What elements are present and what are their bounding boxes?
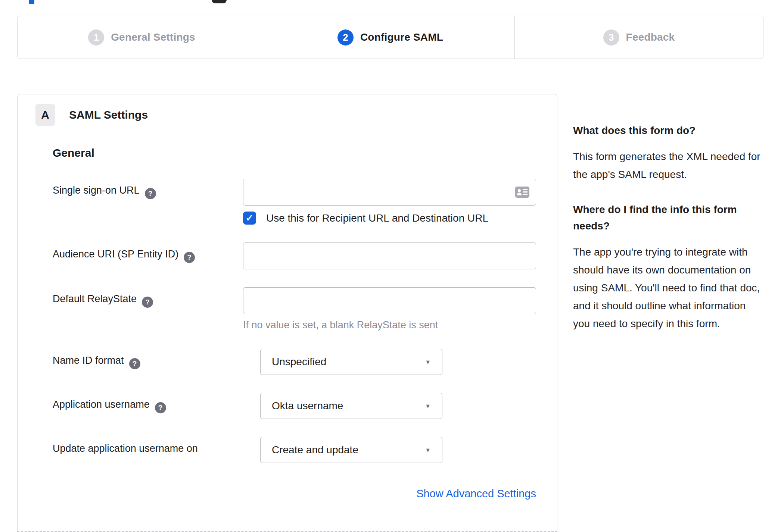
audience-uri-help-icon[interactable]: ?: [184, 252, 195, 263]
update-username-row: Update application username on Create an…: [53, 437, 536, 463]
help-question-2: Where do I find the info this form needs…: [573, 201, 765, 234]
name-id-format-value: Unspecified: [272, 356, 326, 368]
step-2-label: Configure SAML: [360, 31, 443, 43]
sso-url-help-icon[interactable]: ?: [145, 188, 156, 199]
audience-uri-label-text: Audience URI (SP Entity ID): [53, 248, 178, 260]
relay-state-input[interactable]: [243, 287, 536, 314]
name-id-format-control: Unspecified ▼: [260, 349, 442, 375]
step-configure-saml[interactable]: 2 Configure SAML: [266, 16, 515, 59]
sso-url-row: Single sign-on URL?: [53, 179, 536, 225]
step-1-number-badge: 1: [88, 29, 104, 46]
recipient-url-checkbox-label: Use this for Recipient URL and Destinati…: [266, 212, 488, 224]
audience-uri-control: [243, 242, 536, 269]
wizard-stepper: 1 General Settings 2 Configure SAML 3 Fe…: [17, 16, 763, 59]
audience-uri-input-wrap: [243, 242, 536, 269]
recipient-url-checkbox[interactable]: ✓: [243, 212, 256, 225]
help-answer-1: This form generates the XML needed for t…: [573, 148, 765, 184]
application-username-label-text: Application username: [53, 399, 150, 410]
name-id-format-label-text: Name ID format: [53, 355, 124, 366]
update-username-control: Create and update ▼: [260, 437, 442, 463]
help-question-1: What does this form do?: [573, 122, 765, 139]
cutoff-blue-fragment: [29, 0, 34, 4]
relay-state-label-text: Default RelayState: [53, 293, 137, 304]
application-username-label: Application username?: [53, 393, 260, 413]
application-username-dropdown[interactable]: Okta username ▼: [260, 393, 442, 419]
step-3-number-badge: 3: [603, 29, 619, 46]
application-username-value: Okta username: [272, 400, 343, 412]
sso-url-label: Single sign-on URL?: [53, 179, 243, 199]
step-feedback[interactable]: 3 Feedback: [515, 16, 763, 59]
step-general-settings[interactable]: 1 General Settings: [18, 16, 266, 59]
relay-state-row: Default RelayState? If no value is set, …: [53, 287, 536, 331]
application-username-row: Application username? Okta username ▼: [53, 393, 536, 419]
update-username-dropdown[interactable]: Create and update ▼: [260, 437, 442, 463]
audience-uri-row: Audience URI (SP Entity ID)?: [53, 242, 536, 269]
advanced-settings-row: Show Advanced Settings: [53, 488, 536, 500]
general-section-heading: General: [53, 147, 536, 159]
relay-state-control: If no value is set, a blank RelayState i…: [243, 287, 536, 331]
update-username-label-text: Update application username on: [53, 443, 198, 454]
sso-url-label-text: Single sign-on URL: [53, 185, 140, 196]
name-id-format-dropdown[interactable]: Unspecified ▼: [260, 349, 442, 375]
chevron-down-icon: ▼: [425, 359, 431, 366]
update-username-label: Update application username on: [53, 437, 260, 454]
chevron-down-icon: ▼: [425, 447, 431, 454]
contact-card-icon: [515, 187, 529, 198]
relay-state-input-wrap: [243, 287, 536, 314]
application-username-control: Okta username ▼: [260, 393, 442, 419]
cutoff-dark-fragment: [212, 0, 227, 3]
sso-url-input-wrap: [243, 179, 536, 206]
name-id-format-row: Name ID format? Unspecified ▼: [53, 349, 536, 375]
recipient-url-checkbox-row: ✓ Use this for Recipient URL and Destina…: [243, 212, 536, 225]
sso-url-input[interactable]: [243, 179, 536, 206]
step-3-label: Feedback: [626, 31, 675, 43]
sso-url-control: ✓ Use this for Recipient URL and Destina…: [243, 179, 536, 225]
panel-title: SAML Settings: [69, 109, 148, 121]
application-username-help-icon[interactable]: ?: [155, 402, 166, 413]
show-advanced-settings-link[interactable]: Show Advanced Settings: [416, 488, 536, 500]
configure-saml-page: 1 General Settings 2 Configure SAML 3 Fe…: [0, 0, 781, 532]
relay-state-label: Default RelayState?: [53, 287, 243, 308]
update-username-value: Create and update: [272, 444, 358, 456]
help-answer-2: The app you're trying to integrate with …: [573, 243, 765, 333]
chevron-down-icon: ▼: [425, 403, 431, 410]
step-2-number-badge: 2: [337, 29, 354, 46]
name-id-format-label: Name ID format?: [53, 349, 260, 369]
step-1-label: General Settings: [111, 31, 195, 43]
saml-settings-panel: A SAML Settings General Single sign-on U…: [17, 94, 557, 532]
audience-uri-input[interactable]: [243, 242, 536, 269]
relay-state-helper-text: If no value is set, a blank RelayState i…: [243, 319, 536, 331]
section-a-badge: A: [35, 104, 55, 126]
name-id-format-help-icon[interactable]: ?: [129, 358, 140, 369]
audience-uri-label: Audience URI (SP Entity ID)?: [53, 242, 243, 263]
help-sidebar: What does this form do? This form genera…: [573, 122, 765, 351]
panel-header: A SAML Settings: [35, 104, 536, 126]
saml-form: Single sign-on URL?: [53, 179, 536, 500]
relay-state-help-icon[interactable]: ?: [142, 297, 153, 308]
